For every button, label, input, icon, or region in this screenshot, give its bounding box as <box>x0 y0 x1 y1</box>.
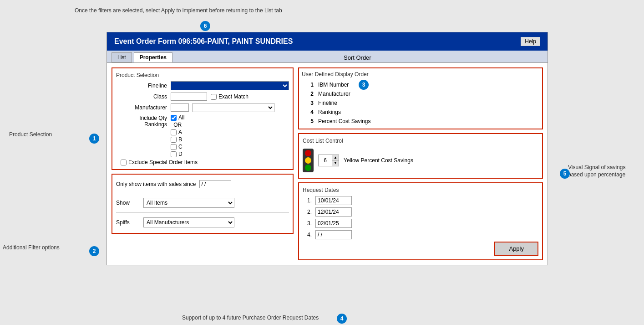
spinner-down-button[interactable]: ▼ <box>332 160 339 166</box>
date-input-4[interactable] <box>315 230 352 239</box>
light-red <box>305 150 311 156</box>
tab-properties[interactable]: Properties <box>134 52 172 62</box>
display-order-title: User Defined Display Order <box>302 71 539 77</box>
class-label: Class <box>116 93 171 100</box>
cost-control-inner: ▲ ▼ Yellow Percent Cost Savings <box>303 147 538 174</box>
tab-list[interactable]: List <box>112 52 132 62</box>
rank-d-label: D <box>178 151 183 157</box>
cost-spinner[interactable]: ▲ ▼ <box>318 155 339 166</box>
date-input-2[interactable] <box>315 207 352 217</box>
include-qty-row: Include Qty Rankings All OR A <box>116 114 289 157</box>
list-item: 2 Manufacturer <box>302 89 539 98</box>
exclude-row: Exclude Special Order Items <box>121 159 289 165</box>
include-checks: All OR A B <box>171 114 184 157</box>
annotation-6: 6 <box>200 21 210 31</box>
exact-match-checkbox[interactable] <box>211 94 217 100</box>
right-panel: User Defined Display Order 1 IBM Number … <box>298 67 543 260</box>
rank-c-row: C <box>171 144 184 150</box>
show-row: Show All Items In Stock Only Out of Stoc… <box>116 196 289 210</box>
date-row-4: 4. <box>303 230 538 239</box>
fineline-label: Fineline <box>116 83 171 89</box>
annotation-1-circle: 1 <box>89 134 99 144</box>
exclude-label: Exclude Special Order Items <box>128 159 198 165</box>
show-label: Show <box>116 200 143 206</box>
form-header: Event Order Form 096:506-PAINT, PAINT SU… <box>107 32 548 51</box>
sort-order-label: Sort Order <box>344 54 371 61</box>
date-num-4: 4. <box>303 232 312 238</box>
manufacturer-label: Manufacturer <box>116 104 171 111</box>
form-body: Product Selection Fineline Class <box>107 63 548 265</box>
class-row: Class Exact Match <box>116 93 289 101</box>
list-item: 4 Rankings <box>302 108 539 117</box>
date-input-3[interactable] <box>315 219 352 228</box>
annotation-1-label: Product Selection <box>9 131 52 138</box>
manufacturer-select[interactable] <box>193 103 274 112</box>
apply-button[interactable]: Apply <box>494 242 538 256</box>
manufacturer-inputs <box>171 103 274 112</box>
show-select[interactable]: All Items In Stock Only Out of Stock <box>143 198 234 208</box>
apply-btn-row: Apply <box>303 242 538 256</box>
cost-text: Yellow Percent Cost Savings <box>344 157 413 164</box>
rank-b-checkbox[interactable] <box>171 137 177 143</box>
rank-a-row: A <box>171 129 184 135</box>
include-qty-label: Include Qty Rankings <box>116 114 171 128</box>
date-num-1: 1. <box>303 197 312 204</box>
all-checkbox[interactable] <box>171 115 177 121</box>
manufacturer-row: Manufacturer <box>116 103 289 112</box>
light-green <box>305 165 311 171</box>
spiffs-row: Spiffs All Manufacturers Selected Only <box>116 216 289 229</box>
fineline-row: Fineline <box>116 81 289 90</box>
exact-match-label: Exact Match <box>211 93 248 100</box>
date-row-1: 1. <box>303 196 538 205</box>
spinner-buttons: ▲ ▼ <box>332 155 339 166</box>
date-input-1[interactable] <box>315 196 352 205</box>
annotation-2-label: Additional Filter options <box>3 244 60 251</box>
sales-since-input[interactable] <box>199 180 231 188</box>
or-label: OR <box>171 122 184 128</box>
light-yellow <box>305 157 311 164</box>
rank-c-label: C <box>178 144 183 150</box>
help-button[interactable]: Help <box>521 37 540 46</box>
all-row: All <box>171 114 184 121</box>
sales-since-row: Only show items with sales since <box>116 178 289 190</box>
additional-filter-box: Only show items with sales since Show Al… <box>112 174 294 234</box>
list-item: 1 IBM Number <box>302 80 539 89</box>
spinner-up-button[interactable]: ▲ <box>332 155 339 160</box>
manufacturer-input-short[interactable] <box>171 103 189 112</box>
traffic-light <box>303 149 314 172</box>
rank-a-label: A <box>178 129 182 135</box>
form-container: Event Order Form 096:506-PAINT, PAINT SU… <box>106 32 548 265</box>
rank-d-checkbox[interactable] <box>171 151 177 157</box>
instruction-text: Once the filters are selected, select Ap… <box>75 7 282 14</box>
list-item: 5 Percent Cost Savings <box>302 117 539 126</box>
sales-since-label: Only show items with sales since <box>116 181 199 187</box>
display-order-box: User Defined Display Order 1 IBM Number … <box>298 67 543 129</box>
annotation-3-circle: 3 <box>359 80 369 90</box>
rank-d-row: D <box>171 151 184 157</box>
cost-control-title: Cost List Control <box>303 138 538 144</box>
all-label: All <box>178 114 184 121</box>
annotation-5-circle: 5 <box>560 169 570 179</box>
tabs-bar: List Properties Sort Order <box>107 51 548 63</box>
rank-b-label: B <box>178 136 182 143</box>
class-input[interactable] <box>171 93 207 101</box>
form-title: Event Order Form 096:506-PAINT, PAINT SU… <box>114 37 293 46</box>
rank-c-checkbox[interactable] <box>171 144 177 150</box>
annotation-5-label: Visual Signal of savings based upon perc… <box>568 164 639 178</box>
fineline-select[interactable] <box>171 81 289 90</box>
date-row-2: 2. <box>303 207 538 217</box>
request-dates-box: Request Dates 1. 2. 3. 4. <box>298 182 543 260</box>
request-dates-title: Request Dates <box>303 187 538 193</box>
list-item: 3 Fineline <box>302 98 539 108</box>
product-selection-box: Product Selection Fineline Class <box>112 67 294 170</box>
spinner-value-input[interactable] <box>319 156 332 165</box>
date-num-3: 3. <box>303 220 312 227</box>
rank-a-checkbox[interactable] <box>171 129 177 135</box>
order-list: 1 IBM Number 2 Manufacturer 3 Fineline <box>302 80 539 126</box>
annotation-2-circle: 2 <box>89 246 99 256</box>
cost-control-box: Cost List Control ▲ <box>298 133 543 179</box>
exclude-checkbox[interactable] <box>121 160 127 165</box>
date-row-3: 3. <box>303 219 538 228</box>
rank-b-row: B <box>171 136 184 143</box>
spiffs-select[interactable]: All Manufacturers Selected Only <box>143 217 234 227</box>
